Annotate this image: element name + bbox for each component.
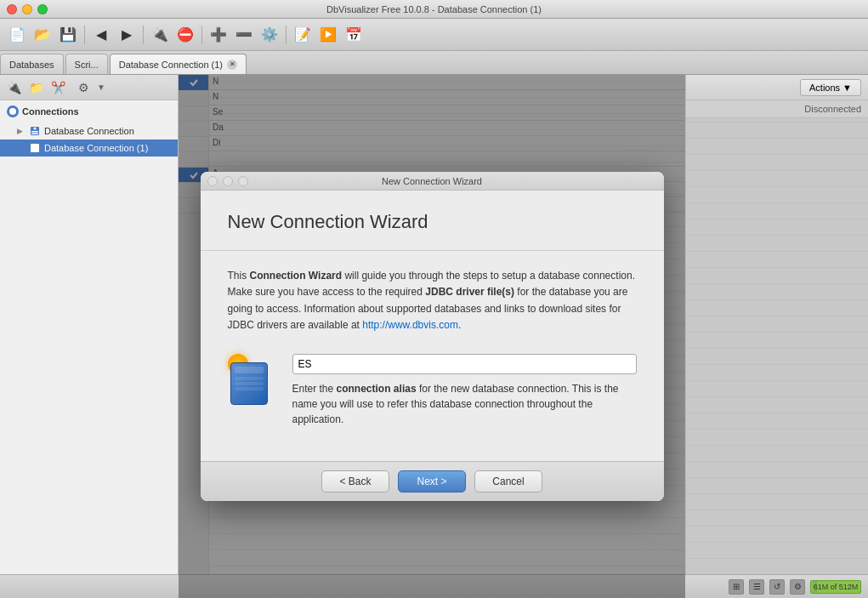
remove-button[interactable]: ➖: [232, 23, 256, 47]
actions-bar: Actions ▼: [686, 75, 868, 100]
list-icon[interactable]: ☰: [749, 579, 764, 595]
separator-2: [143, 26, 144, 44]
settings-icon[interactable]: ⚙: [790, 579, 805, 595]
desc-link[interactable]: http://www.dbvis.com: [362, 319, 458, 331]
db-visual: [228, 354, 270, 405]
dialog-heading: New Connection Wizard: [228, 211, 637, 233]
open-button[interactable]: 📂: [31, 23, 54, 47]
sql-button[interactable]: 📝: [291, 23, 315, 47]
dialog-close-button[interactable]: [207, 176, 218, 186]
modal-overlay: New Connection Wizard New Connection Wiz…: [179, 75, 685, 598]
svg-rect-8: [31, 151, 38, 152]
desc-end: .: [458, 319, 461, 331]
tab-bar: Databases Scri... Database Connection (1…: [0, 51, 868, 75]
connections-header: Connections: [0, 100, 178, 122]
separator-3: [201, 26, 202, 44]
memory-bar: 61M of 512M: [810, 580, 861, 594]
svg-point-0: [9, 108, 16, 115]
properties-button[interactable]: ⚙️: [258, 23, 281, 47]
wizard-icon: [228, 354, 279, 413]
tab-databases[interactable]: Databases: [0, 54, 64, 74]
db-connection-1-icon: [29, 142, 41, 154]
svg-point-6: [34, 145, 37, 147]
dialog-footer: < Back Next > Cancel: [201, 461, 664, 501]
db-connection-icon: [29, 125, 41, 137]
sidebar-toolbar: 🔌 📁 ✂️ ⚙ ▼: [0, 75, 178, 100]
tab-connection[interactable]: Database Connection (1) ✕: [110, 54, 247, 74]
disconnected-status: Disconnected: [686, 100, 868, 118]
connections-icon: [7, 105, 19, 117]
schedule-button[interactable]: 📅: [342, 23, 366, 47]
wizard-content: Enter the connection alias for the new d…: [228, 354, 637, 427]
cancel-button[interactable]: Cancel: [474, 470, 542, 493]
sidebar-item-db-connection[interactable]: ▶ Database Connection: [0, 122, 178, 140]
tab-script-label: Scri...: [75, 60, 99, 70]
tab-connection-label: Database Connection (1): [119, 60, 223, 70]
refresh-icon[interactable]: ↺: [769, 579, 785, 595]
sidebar-db-connection-label: Database Connection: [44, 126, 134, 136]
disconnect-button[interactable]: ⛔: [173, 23, 197, 47]
separator-4: [286, 26, 286, 44]
sidebar-db-connection-1-label: Database Connection (1): [44, 143, 148, 153]
maximize-button[interactable]: [37, 4, 48, 14]
alias-description: Enter the connection alias for the new d…: [292, 381, 637, 427]
sidebar-add-button[interactable]: 🔌: [3, 77, 24, 98]
run-button[interactable]: ▶️: [316, 23, 340, 47]
add-button[interactable]: ➕: [207, 23, 230, 47]
disconnected-label: Disconnected: [804, 104, 861, 114]
sidebar-remove-button[interactable]: ✂️: [48, 77, 68, 98]
svg-rect-7: [31, 148, 38, 150]
right-panel-content: [686, 118, 868, 590]
tab-script[interactable]: Scri...: [65, 54, 108, 74]
app-title: DbVisualizer Free 10.0.8 - Database Conn…: [326, 4, 542, 14]
sidebar-folder-button[interactable]: 📁: [26, 77, 46, 98]
title-bar: DbVisualizer Free 10.0.8 - Database Conn…: [0, 0, 868, 19]
actions-label: Actions: [809, 83, 840, 93]
dialog-minimize-button[interactable]: [223, 176, 233, 186]
tab-databases-label: Databases: [9, 60, 54, 70]
next-button[interactable]: Next >: [398, 470, 466, 493]
sidebar: 🔌 📁 ✂️ ⚙ ▼ Connections ▶: [0, 75, 179, 598]
main-toolbar: 📄 📂 💾 ◀ ▶ 🔌 ⛔ ➕ ➖ ⚙️ 📝 ▶️ 📅: [0, 19, 868, 51]
grid-icon[interactable]: ⊞: [729, 579, 744, 595]
tree-arrow: ▶: [17, 127, 26, 135]
dialog-titlebar: New Connection Wizard: [201, 172, 664, 191]
dialog-maximize-button[interactable]: [238, 176, 248, 186]
svg-point-2: [34, 128, 37, 130]
dialog-body: New Connection Wizard This Connection Wi…: [201, 191, 664, 461]
minimize-button[interactable]: [22, 4, 32, 14]
sidebar-dropdown-arrow[interactable]: ▼: [97, 83, 105, 92]
save-button[interactable]: 💾: [56, 23, 80, 47]
alias-desc-part1: Enter the: [292, 383, 337, 395]
svg-rect-4: [31, 134, 38, 135]
back-button[interactable]: < Back: [321, 470, 389, 493]
actions-button[interactable]: Actions ▼: [800, 79, 861, 96]
db-cylinder-icon: [230, 362, 268, 405]
close-button[interactable]: [7, 4, 17, 14]
separator-1: [84, 26, 85, 44]
sidebar-item-db-connection-1[interactable]: Database Connection (1): [0, 140, 178, 157]
desc-part1: This: [228, 270, 250, 282]
main-layout: 🔌 📁 ✂️ ⚙ ▼ Connections ▶: [0, 75, 868, 598]
forward-button[interactable]: ▶: [115, 23, 139, 47]
window-controls[interactable]: [7, 4, 48, 14]
dialog-description: This Connection Wizard will guide you th…: [228, 268, 637, 333]
actions-dropdown-icon: ▼: [842, 83, 852, 93]
desc-bold1: Connection Wizard: [250, 270, 343, 282]
connect-button[interactable]: 🔌: [148, 23, 172, 47]
desc-bold2: JDBC driver file(s): [425, 286, 514, 298]
dialog-title: New Connection Wizard: [382, 176, 482, 186]
tab-close-button[interactable]: ✕: [227, 60, 237, 70]
dialog: New Connection Wizard New Connection Wiz…: [201, 172, 664, 501]
alias-desc-bold: connection alias: [337, 383, 417, 395]
sidebar-settings-button[interactable]: ⚙: [73, 77, 94, 98]
back-button[interactable]: ◀: [89, 23, 113, 47]
new-button[interactable]: 📄: [5, 23, 29, 47]
memory-text: 61M of 512M: [811, 581, 860, 593]
alias-input[interactable]: [292, 354, 637, 374]
dialog-window-controls: [207, 176, 248, 186]
content-area: N N Se Da Di A Sa Pe: [179, 75, 685, 598]
connections-label: Connections: [22, 106, 79, 117]
dialog-divider: [201, 250, 664, 251]
right-panel: Actions ▼ Disconnected: [685, 75, 868, 598]
